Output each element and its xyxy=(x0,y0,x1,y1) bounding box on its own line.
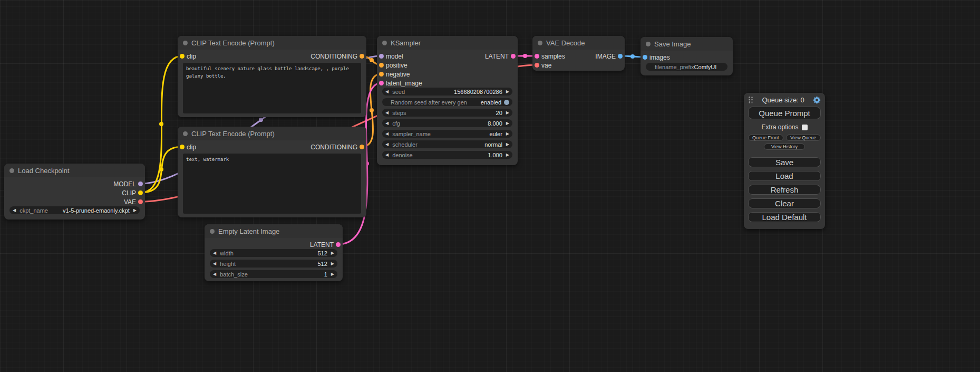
clip-slot-dot[interactable] xyxy=(138,190,143,195)
collapse-dot-icon[interactable] xyxy=(646,42,651,46)
decrement-arrow-icon[interactable]: ◀ xyxy=(385,121,389,126)
collapse-dot-icon[interactable] xyxy=(382,41,387,45)
decrement-arrow-icon[interactable]: ◀ xyxy=(213,262,216,266)
node-clip-text-encode-positive[interactable]: CLIP Text Encode (Prompt) clip CONDITION… xyxy=(178,36,366,117)
load-default-button[interactable]: Load Default xyxy=(748,212,821,222)
collapse-dot-icon[interactable] xyxy=(210,229,215,234)
input-slot-vae[interactable]: vae xyxy=(532,61,551,70)
conditioning-slot-dot[interactable] xyxy=(360,145,364,149)
decrement-arrow-icon[interactable]: ◀ xyxy=(385,111,389,115)
output-slot-clip[interactable]: CLIP xyxy=(122,188,145,197)
increment-arrow-icon[interactable]: ▶ xyxy=(506,90,509,94)
filename-prefix-widget[interactable]: filename_prefix ComfyUI xyxy=(646,63,727,71)
model-slot-dot[interactable] xyxy=(138,182,143,186)
input-slot-positive[interactable]: positive xyxy=(377,61,407,70)
save-image-titlebar[interactable]: Save Image xyxy=(641,37,733,51)
decrement-arrow-icon[interactable]: ◀ xyxy=(385,132,389,136)
clip-encode-positive-titlebar[interactable]: CLIP Text Encode (Prompt) xyxy=(178,36,366,50)
ckpt-name-widget[interactable]: ◀ ckpt_name v1-5-pruned-emaonly.ckpt ▶ xyxy=(9,206,140,214)
decrement-arrow-icon[interactable]: ◀ xyxy=(213,272,216,276)
drag-handle-icon[interactable] xyxy=(748,96,753,104)
decrement-arrow-icon[interactable]: ◀ xyxy=(13,208,16,213)
node-ksampler[interactable]: KSampler model LATENT positive negative … xyxy=(377,36,518,165)
save-button[interactable]: Save xyxy=(748,157,821,167)
node-clip-text-encode-negative[interactable]: CLIP Text Encode (Prompt) clip CONDITION… xyxy=(178,127,366,217)
scheduler-widget[interactable]: ◀ scheduler normal ▶ xyxy=(382,140,512,148)
node-graph-canvas[interactable]: Load Checkpoint MODEL CLIP VAE ◀ ckpt_na… xyxy=(0,0,980,372)
random-seed-toggle-widget[interactable]: Random seed after every gen enabled xyxy=(382,98,512,106)
vae-decode-titlebar[interactable]: VAE Decode xyxy=(532,36,625,50)
latent-slot-dot[interactable] xyxy=(511,54,516,59)
steps-widget[interactable]: ◀ steps 20 ▶ xyxy=(382,109,512,117)
latent-slot-dot[interactable] xyxy=(535,54,539,59)
input-slot-images[interactable]: images xyxy=(641,53,670,62)
collapse-dot-icon[interactable] xyxy=(183,41,188,45)
conditioning-slot-dot[interactable] xyxy=(360,54,364,59)
input-slot-samples[interactable]: samples xyxy=(532,52,565,61)
increment-arrow-icon[interactable]: ▶ xyxy=(133,208,137,213)
extra-options-checkbox[interactable] xyxy=(802,125,808,130)
decrement-arrow-icon[interactable]: ◀ xyxy=(213,251,216,255)
clip-slot-dot[interactable] xyxy=(180,145,185,149)
positive-prompt-textarea[interactable]: beautiful scenery nature glass bottle la… xyxy=(183,63,361,113)
decrement-arrow-icon[interactable]: ◀ xyxy=(385,90,389,94)
increment-arrow-icon[interactable]: ▶ xyxy=(506,111,509,115)
increment-arrow-icon[interactable]: ▶ xyxy=(506,121,509,126)
conditioning-slot-dot[interactable] xyxy=(379,63,384,68)
toggle-indicator-icon[interactable] xyxy=(504,100,509,105)
conditioning-slot-dot[interactable] xyxy=(379,72,384,77)
latent-slot-dot[interactable] xyxy=(336,242,341,247)
node-load-checkpoint[interactable]: Load Checkpoint MODEL CLIP VAE ◀ ckpt_na… xyxy=(4,164,145,220)
ksampler-titlebar[interactable]: KSampler xyxy=(377,36,518,50)
denoise-widget[interactable]: ◀ denoise 1.000 ▶ xyxy=(382,151,512,159)
collapse-dot-icon[interactable] xyxy=(183,131,188,136)
increment-arrow-icon[interactable]: ▶ xyxy=(506,153,509,157)
input-slot-negative[interactable]: negative xyxy=(377,70,410,79)
negative-prompt-textarea[interactable]: text, watermark xyxy=(183,154,361,214)
cfg-widget[interactable]: ◀ cfg 8.000 ▶ xyxy=(382,119,512,127)
input-slot-clip[interactable]: clip xyxy=(178,52,196,61)
model-slot-dot[interactable] xyxy=(379,54,384,59)
node-vae-decode[interactable]: VAE Decode samples IMAGE vae xyxy=(532,36,625,71)
load-button[interactable]: Load xyxy=(748,171,821,181)
increment-arrow-icon[interactable]: ▶ xyxy=(331,262,334,266)
output-slot-vae[interactable]: VAE xyxy=(124,197,145,206)
collapse-dot-icon[interactable] xyxy=(538,41,542,45)
view-history-button[interactable]: View History xyxy=(764,144,805,150)
image-slot-dot[interactable] xyxy=(643,55,647,60)
output-slot-image[interactable]: IMAGE xyxy=(595,52,625,61)
height-widget[interactable]: ◀ height 512 ▶ xyxy=(210,260,337,268)
increment-arrow-icon[interactable]: ▶ xyxy=(506,142,509,147)
input-slot-clip[interactable]: clip xyxy=(178,142,196,151)
vae-slot-dot[interactable] xyxy=(535,63,539,68)
output-slot-conditioning[interactable]: CONDITIONING xyxy=(311,142,366,151)
output-slot-latent[interactable]: LATENT xyxy=(310,240,343,249)
load-checkpoint-titlebar[interactable]: Load Checkpoint xyxy=(4,164,145,177)
output-slot-latent[interactable]: LATENT xyxy=(485,52,518,61)
output-slot-conditioning[interactable]: CONDITIONING xyxy=(311,52,366,61)
width-widget[interactable]: ◀ width 512 ▶ xyxy=(210,249,337,257)
queue-prompt-button[interactable]: Queue Prompt xyxy=(748,107,821,119)
batch-size-widget[interactable]: ◀ batch_size 1 ▶ xyxy=(210,270,337,278)
node-empty-latent-image[interactable]: Empty Latent Image LATENT ◀ width 512 ▶ … xyxy=(205,224,343,281)
latent-slot-dot[interactable] xyxy=(379,81,384,85)
comfy-menu-panel[interactable]: Queue size: 0 Queue Prompt Extra options… xyxy=(744,93,825,229)
queue-front-button[interactable]: Queue Front xyxy=(748,135,783,141)
empty-latent-titlebar[interactable]: Empty Latent Image xyxy=(205,224,343,238)
clip-encode-negative-titlebar[interactable]: CLIP Text Encode (Prompt) xyxy=(178,127,366,140)
refresh-button[interactable]: Refresh xyxy=(748,185,821,195)
output-slot-model[interactable]: MODEL xyxy=(113,179,145,188)
increment-arrow-icon[interactable]: ▶ xyxy=(331,251,334,255)
view-queue-button[interactable]: View Queue xyxy=(786,135,821,141)
seed-widget[interactable]: ◀ seed 156680208700286 ▶ xyxy=(382,88,512,96)
sampler-name-widget[interactable]: ◀ sampler_name euler ▶ xyxy=(382,130,512,138)
decrement-arrow-icon[interactable]: ◀ xyxy=(385,153,389,157)
input-slot-latent-image[interactable]: latent_image xyxy=(377,79,422,88)
clear-button[interactable]: Clear xyxy=(748,198,821,208)
increment-arrow-icon[interactable]: ▶ xyxy=(331,272,334,276)
clip-slot-dot[interactable] xyxy=(180,54,185,59)
node-save-image[interactable]: Save Image images filename_prefix ComfyU… xyxy=(641,37,733,75)
settings-gear-icon[interactable] xyxy=(813,96,821,104)
input-slot-model[interactable]: model xyxy=(377,52,403,61)
decrement-arrow-icon[interactable]: ◀ xyxy=(385,142,389,147)
